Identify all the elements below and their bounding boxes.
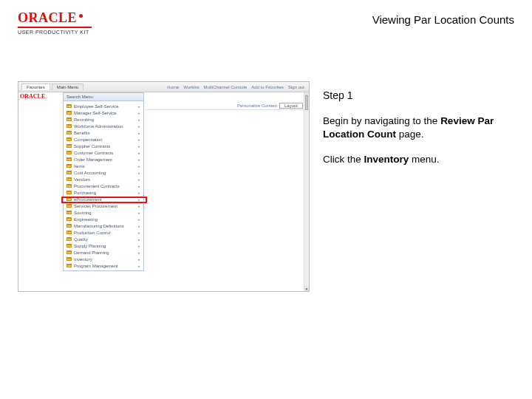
menu-item-label: Production Control: [74, 231, 111, 235]
menu-item[interactable]: Vendors▸: [64, 176, 143, 183]
menu-item[interactable]: Purchasing▸: [64, 189, 143, 196]
nav-home[interactable]: Home: [167, 85, 179, 89]
menu-item[interactable]: Items▸: [64, 163, 143, 169]
nav-worklist[interactable]: Worklist: [183, 85, 199, 89]
chevron-right-icon: ▸: [136, 237, 140, 242]
menu-item[interactable]: Compensation▸: [64, 136, 143, 143]
nav-signout[interactable]: Sign out: [288, 85, 304, 89]
menu-item[interactable]: Workforce Administration▸: [64, 123, 143, 129]
tab-main-menu[interactable]: Main Menu: [52, 83, 84, 90]
menu-panel: Search Menu: Employee Self-Service▸Manag…: [63, 92, 144, 271]
chevron-right-icon: ▸: [136, 197, 140, 202]
menu-item[interactable]: Production Control▸: [64, 229, 143, 236]
scroll-down-icon[interactable]: ▼: [304, 286, 309, 291]
menu-item[interactable]: Inventory▸: [64, 256, 143, 262]
menu-item-label: Customer Contracts: [74, 151, 113, 155]
folder-icon: [66, 184, 72, 188]
menu-item-label: Manager Self-Service: [74, 111, 117, 115]
scrollbar[interactable]: ▲ ▼: [304, 92, 309, 291]
chevron-right-icon: ▸: [136, 184, 140, 188]
folder-icon: [66, 204, 72, 208]
folder-icon: [66, 250, 72, 254]
nav-mcc[interactable]: MultiChannel Console: [204, 85, 248, 89]
menu-item[interactable]: Cost Accounting▸: [64, 169, 143, 176]
menu-item-label: Compensation: [74, 137, 103, 142]
instruction-panel: Step 1 Begin by navigating to the Review…: [323, 81, 514, 292]
menu-item[interactable]: Quality▸: [64, 236, 143, 242]
folder-icon: [66, 217, 72, 221]
menu-panel-header: Search Menu:: [64, 93, 143, 101]
chevron-right-icon: ▸: [136, 111, 140, 115]
folder-icon: [66, 231, 72, 234]
menu-item-label: Benefits: [74, 131, 90, 135]
menu-item-label: Order Management: [74, 157, 112, 162]
menu-item-label: Employee Self-Service: [74, 104, 119, 109]
menu-item[interactable]: Supply Planning▸: [64, 242, 143, 249]
menu-item[interactable]: Customer Contracts▸: [64, 149, 143, 156]
menu-item[interactable]: Recruiting▸: [64, 116, 143, 123]
menu-item[interactable]: eProcurement▸: [64, 196, 143, 202]
chevron-right-icon: ▸: [136, 151, 140, 155]
nav-add-fav[interactable]: Add to Favorites: [251, 85, 284, 89]
chevron-right-icon: ▸: [136, 144, 140, 149]
menu-item-label: Sourcing: [74, 211, 92, 215]
layout-select[interactable]: Layout: [279, 103, 303, 109]
folder-icon: [66, 117, 72, 121]
folder-icon: [66, 171, 72, 174]
menu-item-label: Program Management: [74, 264, 118, 268]
screenshot-brand: ORACLE: [20, 93, 45, 100]
menu-item-label: Items: [74, 164, 85, 168]
chevron-right-icon: ▸: [136, 164, 140, 168]
product-subtitle: USER PRODUCTIVITY KIT: [18, 30, 92, 35]
menu-list: Employee Self-Service▸Manager Self-Servi…: [64, 101, 143, 270]
tab-favorites[interactable]: Favorites: [21, 83, 50, 90]
chevron-right-icon: ▸: [136, 131, 140, 135]
chevron-right-icon: ▸: [136, 231, 140, 235]
personalize-link[interactable]: Personalize Content: [237, 103, 277, 108]
chevron-right-icon: ▸: [136, 257, 140, 262]
chevron-right-icon: ▸: [136, 171, 140, 175]
logo-dot-icon: [79, 14, 83, 18]
menu-item-label: eProcurement: [74, 197, 102, 202]
oracle-logo: ORACLE USER PRODUCTIVITY KIT: [18, 10, 92, 35]
folder-icon: [66, 211, 72, 214]
chevron-right-icon: ▸: [136, 204, 140, 208]
menu-item[interactable]: Manager Self-Service▸: [64, 109, 143, 116]
menu-item[interactable]: Sourcing▸: [64, 209, 143, 216]
chevron-right-icon: ▸: [136, 157, 140, 162]
menu-item[interactable]: Manufacturing Definitions▸: [64, 222, 143, 229]
folder-icon: [66, 257, 72, 261]
folder-icon: [66, 164, 72, 168]
folder-icon: [66, 191, 72, 194]
menu-item[interactable]: Program Management▸: [64, 262, 143, 269]
menu-item-label: Demand Planning: [74, 250, 109, 255]
menu-item[interactable]: Demand Planning▸: [64, 249, 143, 256]
scroll-thumb[interactable]: [305, 95, 308, 110]
menu-item[interactable]: Engineering▸: [64, 216, 143, 222]
menu-item-label: Vendors: [74, 177, 90, 182]
menu-item[interactable]: Benefits▸: [64, 129, 143, 136]
chevron-right-icon: ▸: [136, 117, 140, 122]
folder-icon: [66, 244, 72, 248]
app-screenshot: Favorites Main Menu Home Worklist MultiC…: [18, 81, 310, 292]
step-label: Step 1: [323, 89, 514, 103]
screenshot-topbar: Favorites Main Menu Home Worklist MultiC…: [18, 82, 309, 92]
instruction-line-2: Click the Inventory menu.: [323, 153, 514, 166]
chevron-right-icon: ▸: [136, 124, 140, 129]
menu-item[interactable]: Services Procurement▸: [64, 202, 143, 209]
folder-icon: [66, 197, 72, 201]
folder-icon: [66, 144, 72, 148]
menu-item[interactable]: Supplier Contracts▸: [64, 143, 143, 149]
menu-item[interactable]: Employee Self-Service▸: [64, 103, 143, 109]
menu-item[interactable]: Procurement Contracts▸: [64, 183, 143, 189]
logo-text: ORACLE: [18, 10, 77, 26]
chevron-right-icon: ▸: [136, 250, 140, 255]
folder-icon: [66, 151, 72, 154]
menu-item-label: Services Procurement: [74, 204, 117, 208]
menu-item-label: Inventory: [74, 257, 92, 262]
folder-icon: [66, 137, 72, 141]
page-title: Viewing Par Location Counts: [372, 13, 514, 26]
menu-item[interactable]: Order Management▸: [64, 156, 143, 163]
chevron-right-icon: ▸: [136, 191, 140, 195]
menu-item-label: Supplier Contracts: [74, 144, 110, 149]
